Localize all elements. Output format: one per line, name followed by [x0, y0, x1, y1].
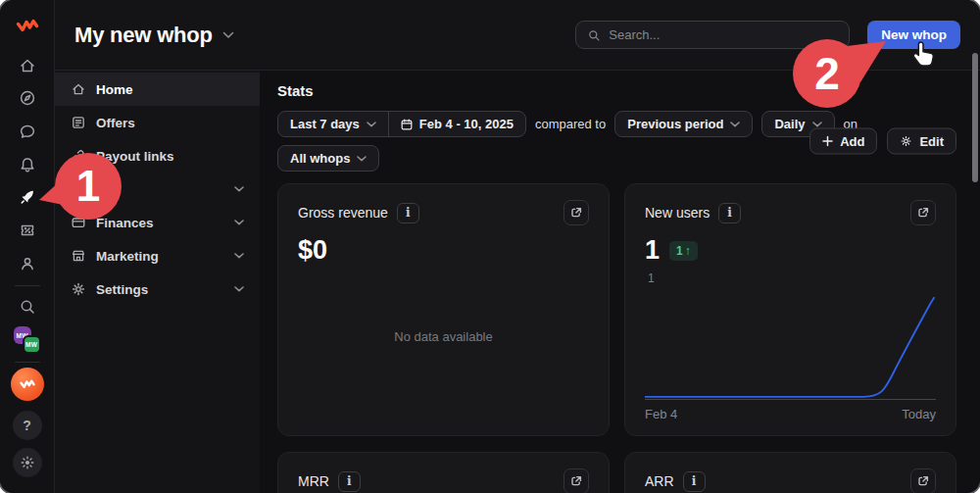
- sidebar-nav: Home Offers Payout links Finances Market…: [55, 71, 260, 493]
- expand-link-button[interactable]: [564, 468, 589, 493]
- link-icon: [71, 148, 86, 164]
- info-button[interactable]: i: [397, 203, 419, 223]
- chevron-down-icon: [234, 286, 244, 292]
- gear-icon: [900, 135, 912, 148]
- arr-card: ARR i: [624, 452, 956, 493]
- range-preset-label: Last 7 days: [290, 117, 360, 131]
- sidebar-item-offers[interactable]: Offers: [55, 106, 260, 139]
- gross-revenue-value: $0: [298, 235, 589, 266]
- new-users-card: New users i 1 1↑ 1: [624, 183, 956, 436]
- external-link-icon: [917, 475, 929, 487]
- ticket-icon[interactable]: [0, 214, 54, 247]
- main-content: Stats Last 7 days Feb 4 - 10, 2025 compa…: [260, 71, 980, 493]
- chevron-down-icon: [234, 186, 244, 192]
- theme-sparkle-icon[interactable]: [13, 448, 42, 477]
- expand-link-button[interactable]: [910, 200, 936, 225]
- chevron-down-icon: [222, 31, 234, 39]
- expand-link-button[interactable]: [910, 468, 936, 493]
- sidebar-item-label: Home: [96, 82, 133, 97]
- sidebar-item-label: Payout links: [96, 149, 174, 164]
- external-link-icon: [570, 475, 582, 487]
- edit-widgets-button[interactable]: Edit: [887, 128, 956, 155]
- date-range-label: Feb 4 - 10, 2025: [419, 117, 514, 131]
- info-button[interactable]: i: [338, 471, 361, 492]
- whop-dashboard-window: MW MW ? My new whop New whop: [0, 0, 980, 493]
- sidebar-item-settings[interactable]: Settings: [55, 272, 260, 306]
- new-users-chart: 1: [645, 297, 936, 400]
- card-title: ARR: [645, 473, 674, 489]
- discover-compass-icon[interactable]: [0, 81, 54, 115]
- creator-rocket-icon[interactable]: [0, 181, 54, 215]
- new-users-value: 1: [645, 235, 660, 266]
- stats-cards-grid: Gross revenue i $0 No data available New…: [277, 183, 956, 493]
- global-search[interactable]: [575, 21, 850, 49]
- plus-icon: [822, 136, 833, 147]
- profile-icon[interactable]: [0, 247, 54, 280]
- home-icon[interactable]: [0, 49, 54, 82]
- info-button[interactable]: i: [718, 203, 741, 223]
- sidebar-item-label: Finances: [96, 216, 154, 230]
- card-title: Gross revenue: [298, 205, 388, 221]
- notifications-bell-icon[interactable]: [0, 148, 54, 181]
- titlebar: My new whop New whop: [55, 0, 980, 71]
- sidebar-item-payout-links[interactable]: Payout links: [55, 139, 260, 173]
- sidebar-item-label: Marketing: [96, 249, 159, 264]
- date-range-control: Last 7 days Feb 4 - 10, 2025: [277, 111, 526, 137]
- whop-logo[interactable]: [15, 14, 40, 39]
- offers-icon: [71, 115, 86, 130]
- compare-period-label: Previous period: [627, 117, 723, 131]
- granularity-label: Daily: [774, 117, 805, 131]
- compared-to-label: compared to: [535, 117, 606, 131]
- rail-divider: [15, 285, 40, 286]
- edit-label: Edit: [919, 134, 944, 149]
- range-preset-dropdown[interactable]: Last 7 days: [278, 112, 388, 136]
- whop-scope-dropdown[interactable]: All whops: [277, 145, 379, 172]
- card-title: New users: [645, 205, 710, 221]
- workspace-avatars[interactable]: MW MW: [0, 323, 54, 357]
- x-label-start: Feb 4: [645, 407, 677, 421]
- chevron-down-icon: [357, 156, 367, 162]
- sidebar-item-hidden[interactable]: [55, 173, 260, 206]
- add-label: Add: [840, 134, 864, 149]
- whop-switcher[interactable]: My new whop: [74, 23, 234, 48]
- sidebar-item-label: Offers: [96, 116, 135, 130]
- delta-badge: 1↑: [669, 241, 698, 261]
- chevron-down-icon: [367, 122, 376, 127]
- mrr-card: MRR i: [277, 452, 610, 493]
- home-icon: [71, 81, 86, 97]
- stats-heading: Stats: [277, 82, 956, 99]
- x-label-end: Today: [902, 407, 936, 421]
- search-icon[interactable]: [0, 291, 54, 324]
- calendar-icon: [401, 119, 413, 130]
- sidebar-item-finances[interactable]: Finances: [55, 206, 260, 239]
- page-title: My new whop: [74, 23, 213, 48]
- messages-icon[interactable]: [0, 115, 54, 148]
- new-whop-button[interactable]: New whop: [867, 21, 960, 49]
- whop-account-avatar[interactable]: [11, 368, 44, 401]
- add-widget-button[interactable]: Add: [809, 128, 877, 155]
- whop-scope-label: All whops: [290, 151, 350, 166]
- chevron-down-icon: [234, 253, 244, 259]
- external-link-icon: [570, 207, 582, 219]
- icon-rail: MW MW ?: [0, 0, 55, 493]
- settings-gear-icon: [71, 281, 86, 297]
- date-range-picker[interactable]: Feb 4 - 10, 2025: [388, 112, 525, 136]
- empty-state-text: No data available: [278, 329, 609, 344]
- sidebar-item-marketing[interactable]: Marketing: [55, 239, 260, 272]
- expand-link-button[interactable]: [564, 200, 589, 225]
- search-input[interactable]: [609, 27, 838, 42]
- delta-value: 1: [676, 244, 683, 258]
- finances-card-icon: [71, 215, 86, 230]
- card-title: MRR: [298, 473, 329, 489]
- help-icon[interactable]: ?: [13, 411, 42, 440]
- workspace-avatar-green: MW: [23, 335, 41, 354]
- info-button[interactable]: i: [683, 471, 706, 492]
- up-arrow-icon: ↑: [685, 244, 691, 258]
- sidebar-item-home[interactable]: Home: [55, 73, 260, 106]
- chevron-down-icon: [812, 122, 822, 127]
- y-axis-tick: 1: [648, 271, 655, 285]
- rail-divider-bottom: [15, 362, 40, 363]
- compare-period-dropdown[interactable]: Previous period: [614, 111, 753, 137]
- vertical-scrollbar[interactable]: [972, 53, 978, 182]
- stats-filters: Last 7 days Feb 4 - 10, 2025 compared to…: [277, 111, 956, 172]
